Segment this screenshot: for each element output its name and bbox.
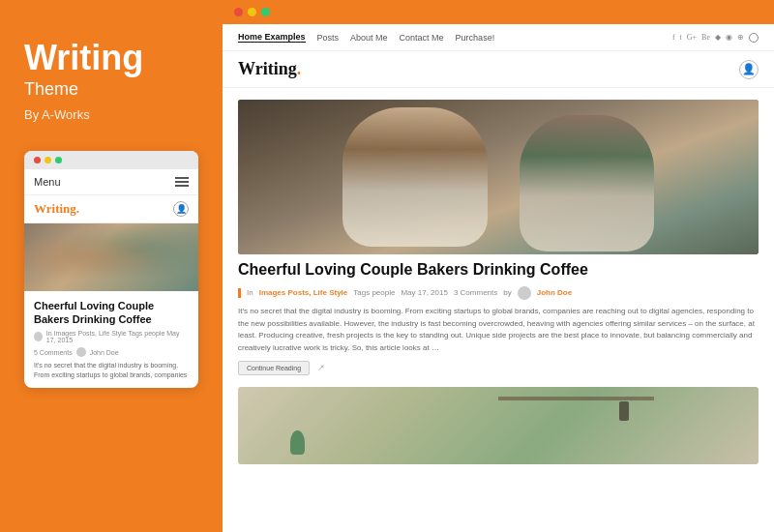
meta-by: by	[503, 288, 511, 297]
instagram-icon[interactable]: ◉	[726, 33, 732, 42]
baker-figure-right	[520, 115, 655, 251]
site-nav: Home Examples Posts About Me Contact Me …	[223, 24, 774, 51]
writing-title: Writing	[24, 39, 198, 77]
read-more-row: Continue Reading ↗	[238, 361, 759, 375]
meta-categories[interactable]: Images Posts, Life Style	[259, 288, 348, 297]
theme-title: Writing Theme By A-Works	[24, 39, 198, 122]
browser-bar	[223, 0, 774, 24]
author-avatar	[518, 286, 531, 300]
nav-contact[interactable]: Contact Me	[400, 33, 444, 43]
second-image-inner	[238, 387, 759, 464]
site-logo: Writing.	[238, 59, 301, 79]
nav-purchase[interactable]: Purchase!	[456, 33, 495, 43]
read-more-button[interactable]: Continue Reading	[238, 361, 310, 375]
behance-icon[interactable]: Be	[701, 33, 710, 42]
hamburger-icon[interactable]	[175, 177, 189, 187]
hero-excerpt: It's no secret that the digital industry…	[238, 306, 759, 355]
dribbble-icon[interactable]: ◆	[715, 33, 721, 42]
mobile-post-title: Cheerful Loving Couple Bakers Drinking C…	[24, 291, 198, 331]
mobile-logo: Writing.	[34, 201, 79, 217]
meta-bar	[238, 288, 241, 298]
room-shelf	[498, 397, 654, 400]
browser-close-dot	[234, 8, 243, 16]
browser-minimize-dot	[248, 8, 256, 16]
hero-image-inner	[238, 100, 759, 254]
meta-tags: Tags people	[353, 288, 395, 297]
mobile-post-meta: In Images Posts, Life Style Tags people …	[24, 330, 198, 347]
mobile-author-meta: 5 Comments John Doe	[24, 347, 198, 361]
rss-icon[interactable]: ⊕	[737, 33, 744, 42]
hero-post-meta: In Images Posts, Life Style Tags people …	[238, 286, 759, 300]
author-credit: By A-Works	[24, 107, 198, 122]
share-icon[interactable]: ↗	[317, 363, 325, 372]
hero-post: Cheerful Loving Couple Bakers Drinking C…	[238, 100, 759, 375]
left-panel: Writing Theme By A-Works Menu Writing. 👤…	[0, 0, 223, 532]
browser-maximize-dot	[261, 8, 270, 16]
second-post-image	[238, 387, 759, 464]
baker-background	[238, 100, 759, 254]
browser-content: Home Examples Posts About Me Contact Me …	[223, 24, 774, 532]
facebook-icon[interactable]: f	[672, 33, 675, 42]
mobile-excerpt: It's no secret that the digital industry…	[24, 361, 198, 388]
nav-home[interactable]: Home Examples	[238, 32, 306, 43]
nav-about[interactable]: About Me	[350, 33, 388, 43]
mobile-maximize-dot	[55, 157, 62, 163]
meta-comments: 3 Comments	[454, 288, 497, 297]
nav-links: Home Examples Posts About Me Contact Me …	[238, 32, 494, 43]
mobile-close-dot	[34, 157, 41, 163]
mobile-author-avatar	[76, 347, 86, 357]
baker-figure-left	[342, 107, 489, 247]
twitter-icon[interactable]: t	[680, 33, 682, 42]
room-lamp	[619, 401, 629, 421]
mobile-logo-row: Writing. 👤	[24, 195, 198, 223]
right-panel: Home Examples Posts About Me Contact Me …	[223, 0, 774, 532]
nav-posts[interactable]: Posts	[317, 33, 340, 43]
meta-in: In	[247, 288, 253, 297]
mobile-category-icon	[34, 332, 43, 341]
hero-post-title: Cheerful Loving Couple Bakers Drinking C…	[238, 260, 759, 281]
mobile-user-icon[interactable]: 👤	[173, 201, 189, 217]
mobile-hero-image	[24, 223, 198, 291]
mobile-menu-label[interactable]: Menu	[34, 176, 61, 188]
meta-author[interactable]: John Doe	[537, 288, 572, 297]
site-user-icon[interactable]: 👤	[739, 60, 759, 79]
social-icons: f t G+ Be ◆ ◉ ⊕	[672, 33, 759, 43]
room-plant	[290, 430, 305, 455]
site-logo-row: Writing. 👤	[223, 51, 774, 88]
googleplus-icon[interactable]: G+	[687, 33, 697, 42]
search-icon[interactable]	[749, 33, 759, 43]
meta-date: May 17, 2015	[401, 288, 447, 297]
theme-subtitle: Theme	[24, 79, 198, 100]
mobile-mockup: Menu Writing. 👤 Cheerful Loving Couple B…	[24, 151, 198, 388]
mobile-nav: Menu	[24, 169, 198, 195]
mobile-top-bar	[24, 151, 198, 169]
main-content: Cheerful Loving Couple Bakers Drinking C…	[223, 88, 774, 532]
mobile-minimize-dot	[45, 157, 51, 163]
hero-post-image	[238, 100, 759, 254]
